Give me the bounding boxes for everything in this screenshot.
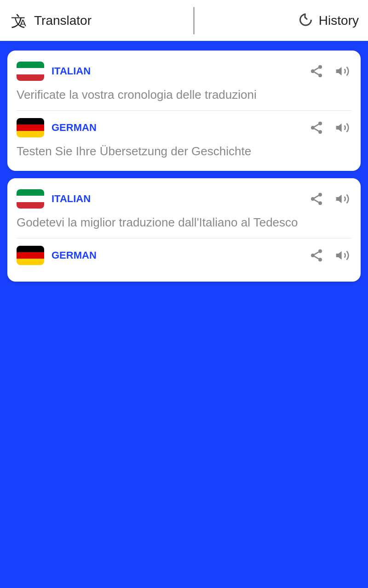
speaker-button[interactable] — [333, 246, 351, 265]
svg-point-9 — [311, 126, 315, 130]
language-label: ITALIAN — [52, 65, 300, 77]
section-divider — [17, 238, 351, 238]
svg-point-8 — [318, 122, 322, 125]
svg-marker-13 — [336, 124, 342, 132]
translator-label: Translator — [34, 13, 92, 28]
svg-marker-19 — [336, 194, 342, 203]
svg-point-20 — [318, 249, 322, 253]
lang-section-card-1-italian: ITALIAN Verificate la vostra cronologia … — [17, 62, 351, 103]
svg-line-18 — [314, 195, 318, 198]
language-label: ITALIAN — [52, 193, 300, 205]
svg-marker-25 — [336, 251, 342, 260]
lang-section-card-1-german: GERMAN Testen Sie Ihre Übersetzung der G… — [17, 118, 351, 159]
svg-line-11 — [314, 129, 318, 131]
translator-nav[interactable]: 文 A Translator — [9, 11, 92, 30]
translation-card-2: ITALIAN Godetevi la miglior traduzione d… — [7, 178, 361, 282]
translation-card-1: ITALIAN Verificate la vostra cronologia … — [7, 51, 361, 171]
svg-point-2 — [318, 65, 322, 69]
translation-text: Testen Sie Ihre Übersetzung der Geschich… — [17, 143, 351, 159]
lang-section-card-2-german: GERMAN — [17, 246, 351, 265]
svg-line-17 — [314, 200, 318, 202]
svg-line-12 — [314, 124, 318, 127]
cards-container: ITALIAN Verificate la vostra cronologia … — [0, 42, 368, 290]
lang-row: ITALIAN — [17, 62, 351, 81]
section-divider — [17, 110, 351, 111]
svg-point-21 — [311, 254, 315, 257]
translation-text: Verificate la vostra cronologia delle tr… — [17, 86, 351, 103]
lang-row: ITALIAN — [17, 189, 351, 209]
language-label: GERMAN — [52, 249, 300, 261]
history-label: History — [319, 13, 359, 28]
lang-section-card-2-italian: ITALIAN Godetevi la miglior traduzione d… — [17, 189, 351, 231]
svg-line-5 — [314, 72, 318, 74]
history-icon — [297, 11, 313, 30]
share-button[interactable] — [307, 246, 326, 265]
lang-row: GERMAN — [17, 246, 351, 265]
lang-row: GERMAN — [17, 118, 351, 137]
svg-line-24 — [314, 252, 318, 254]
svg-point-3 — [311, 69, 315, 73]
speaker-button[interactable] — [333, 62, 351, 80]
svg-point-16 — [318, 201, 322, 205]
svg-marker-7 — [336, 67, 342, 76]
svg-point-10 — [318, 130, 322, 134]
app-header: 文 A Translator History — [0, 0, 368, 42]
flag-it — [17, 189, 44, 209]
share-button[interactable] — [307, 119, 326, 137]
flag-it — [17, 62, 44, 81]
language-label: GERMAN — [52, 122, 300, 134]
svg-point-15 — [311, 197, 315, 201]
share-button[interactable] — [307, 190, 326, 208]
svg-text:A: A — [20, 17, 26, 28]
svg-line-23 — [314, 256, 318, 259]
translation-text: Godetevi la miglior traduzione dall'Ital… — [17, 214, 351, 231]
header-divider — [193, 7, 195, 34]
flag-de — [17, 246, 44, 265]
translate-icon: 文 A — [9, 11, 29, 30]
speaker-button[interactable] — [333, 190, 351, 208]
svg-point-14 — [318, 192, 322, 196]
svg-point-4 — [318, 74, 322, 77]
flag-de — [17, 118, 44, 137]
svg-point-22 — [318, 258, 322, 262]
history-nav[interactable]: History — [297, 11, 359, 30]
share-button[interactable] — [307, 62, 326, 80]
svg-line-6 — [314, 68, 318, 70]
speaker-button[interactable] — [333, 119, 351, 137]
